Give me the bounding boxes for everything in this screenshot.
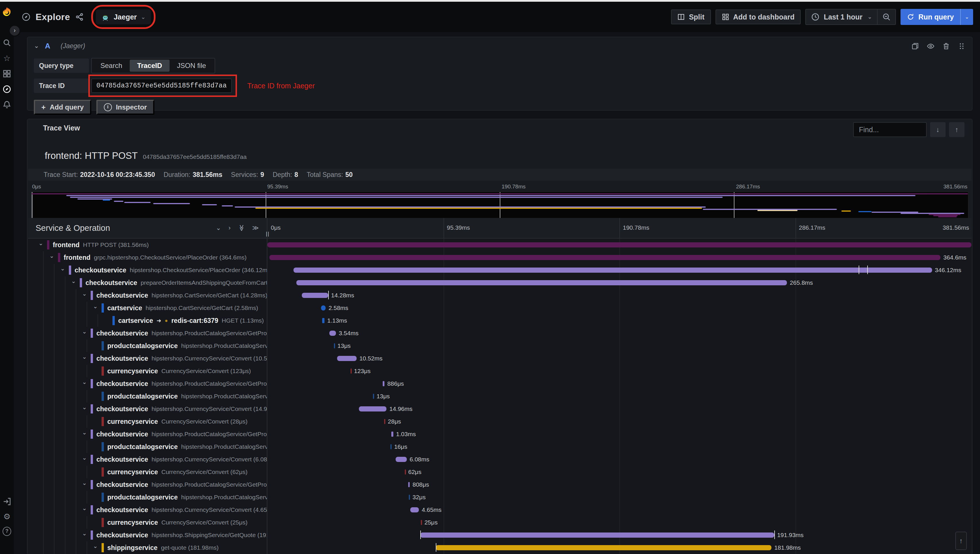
minimap-left-handle[interactable]: [32, 192, 33, 219]
span-name-cell[interactable]: currencyserviceCurrencyService/Convert (…: [28, 415, 268, 428]
span-bar[interactable]: [383, 381, 384, 386]
span-bar[interactable]: [436, 545, 772, 550]
span-bar[interactable]: [373, 394, 374, 399]
trace-row[interactable]: ⌄checkoutservicehipstershop.CurrencyServ…: [28, 503, 971, 516]
span-timeline-cell[interactable]: 14.28ms: [268, 289, 971, 302]
help-icon[interactable]: ?: [3, 527, 11, 536]
datasource-picker[interactable]: Jaeger ⌄: [96, 10, 151, 24]
expand-one-icon[interactable]: ›: [229, 224, 231, 232]
trace-minimap[interactable]: [31, 191, 969, 220]
toggle-visibility-eye-icon[interactable]: [927, 42, 935, 50]
span-timeline-cell[interactable]: 2.58ms: [268, 302, 971, 314]
find-next-button[interactable]: ↓: [930, 122, 946, 137]
span-timeline-cell[interactable]: 25μs: [268, 516, 971, 529]
search-icon[interactable]: [3, 38, 11, 47]
span-timeline-cell[interactable]: 4.65ms: [268, 503, 971, 516]
trace-row[interactable]: ⌄cartservicehipstershop.CartService/GetC…: [28, 302, 971, 314]
span-timeline-cell[interactable]: 123μs: [268, 365, 971, 377]
span-name-cell[interactable]: productcatalogservicehipstershop.Product…: [28, 390, 268, 403]
span-name-cell[interactable]: ⌄checkoutservicehipstershop.CurrencyServ…: [28, 403, 268, 415]
span-name-cell[interactable]: ⌄checkoutservicehipstershop.ProductCatal…: [28, 478, 268, 491]
trace-row[interactable]: ⌄checkoutservicehipstershop.CurrencyServ…: [28, 403, 971, 415]
add-query-button[interactable]: + Add query: [34, 100, 91, 115]
span-name-cell[interactable]: ⌄checkoutserviceprepareOrderItemsAndShip…: [28, 276, 268, 289]
span-timeline-cell[interactable]: 808μs: [268, 478, 971, 491]
starred-icon[interactable]: ☆: [3, 54, 11, 62]
span-bar[interactable]: [296, 280, 787, 285]
time-range-button[interactable]: Last 1 hour ⌄: [806, 10, 877, 24]
span-bar[interactable]: [409, 495, 410, 500]
row-collapse-chevron-icon[interactable]: ⌄: [82, 454, 87, 461]
span-name-cell[interactable]: cartservice➜●redis-cart:6379HGET (1.13ms…: [28, 314, 268, 327]
trace-row[interactable]: ⌄frontendgrpc.hipstershop.CheckoutServic…: [28, 251, 971, 264]
span-name-cell[interactable]: ⌄checkoutservicehipstershop.ProductCatal…: [28, 327, 268, 339]
span-timeline-cell[interactable]: 1.13ms: [268, 314, 971, 327]
span-timeline-cell[interactable]: 3.54ms: [268, 327, 971, 339]
row-collapse-chevron-icon[interactable]: ⌄: [82, 404, 87, 411]
trace-row[interactable]: ⌄shippingserviceget-quote (181.98ms)181.…: [28, 541, 971, 554]
span-timeline-cell[interactable]: 14.96ms: [268, 403, 971, 415]
span-bar[interactable]: [359, 406, 386, 411]
collapse-all-icon[interactable]: ≫: [237, 224, 245, 231]
find-input[interactable]: Find...: [853, 122, 927, 137]
trace-row[interactable]: ⌄checkoutservicehipstershop.ProductCatal…: [28, 377, 971, 390]
row-collapse-chevron-icon[interactable]: ⌄: [82, 429, 87, 436]
span-bar[interactable]: [302, 293, 328, 298]
span-name-cell[interactable]: ⌄cartservicehipstershop.CartService/GetC…: [28, 302, 268, 314]
row-collapse-chevron-icon[interactable]: ⌄: [82, 379, 87, 385]
share-icon[interactable]: [75, 13, 84, 21]
row-collapse-chevron-icon[interactable]: ⌄: [38, 240, 43, 247]
trace-row[interactable]: currencyserviceCurrencyService/Convert (…: [28, 365, 971, 377]
span-name-cell[interactable]: ⌄checkoutservicehipstershop.CurrencyServ…: [28, 503, 268, 516]
row-collapse-chevron-icon[interactable]: ⌄: [93, 543, 98, 549]
span-name-cell[interactable]: currencyserviceCurrencyService/Convert (…: [28, 466, 268, 478]
row-collapse-chevron-icon[interactable]: ⌄: [82, 479, 87, 486]
span-bar[interactable]: [321, 306, 326, 310]
span-name-cell[interactable]: productcatalogservicehipstershop.Product…: [28, 441, 268, 453]
span-name-cell[interactable]: ⌄checkoutservicehipstershop.ShippingServ…: [28, 529, 268, 541]
trace-row[interactable]: productcatalogservicehipstershop.Product…: [28, 339, 971, 352]
span-bar[interactable]: [269, 255, 940, 260]
span-name-cell[interactable]: ⌄checkoutservicehipstershop.CartService/…: [28, 289, 268, 302]
alerting-bell-icon[interactable]: [3, 100, 11, 109]
trace-row[interactable]: productcatalogservicehipstershop.Product…: [28, 441, 971, 453]
sign-in-icon[interactable]: [3, 497, 11, 506]
column-resizer-handle[interactable]: ||: [266, 231, 270, 237]
duplicate-query-icon[interactable]: [911, 42, 919, 50]
inspector-button[interactable]: i Inspector: [96, 100, 155, 115]
add-to-dashboard-button[interactable]: Add to dashboard: [715, 10, 801, 24]
trace-row[interactable]: ⌄checkoutserviceprepareOrderItemsAndShip…: [28, 276, 971, 289]
trace-row[interactable]: ⌄checkoutservicehipstershop.ShippingServ…: [28, 529, 971, 541]
span-bar[interactable]: [390, 444, 392, 449]
row-collapse-chevron-icon[interactable]: ⌄: [71, 278, 76, 285]
span-bar[interactable]: [329, 331, 336, 336]
span-bar[interactable]: [420, 532, 774, 538]
row-collapse-chevron-icon[interactable]: ⌄: [60, 265, 65, 272]
span-timeline-cell[interactable]: 364.6ms: [268, 251, 971, 264]
trace-row[interactable]: ⌄frontendHTTP POST (381.56ms): [28, 239, 971, 251]
trace-row[interactable]: ⌄checkoutservicehipstershop.CurrencyServ…: [28, 352, 971, 365]
split-button[interactable]: Split: [671, 10, 711, 24]
span-timeline-cell[interactable]: [268, 239, 971, 251]
span-bar[interactable]: [268, 242, 971, 247]
span-bar[interactable]: [322, 318, 324, 323]
settings-gear-icon[interactable]: ⚙: [3, 512, 11, 521]
row-collapse-chevron-icon[interactable]: ⌄: [49, 252, 54, 259]
span-timeline-cell[interactable]: 13μs: [268, 390, 971, 403]
trace-id-input[interactable]: 04785da37657ee5e5dd5185ffe83d7aa: [91, 78, 232, 93]
span-bar[interactable]: [351, 368, 352, 374]
dashboards-icon[interactable]: [3, 69, 11, 78]
span-name-cell[interactable]: ⌄checkoutservicehipstershop.CurrencyServ…: [28, 453, 268, 466]
span-name-cell[interactable]: productcatalogservicehipstershop.Product…: [28, 491, 268, 503]
span-name-cell[interactable]: ⌄frontendHTTP POST (381.56ms): [28, 239, 268, 251]
span-timeline-cell[interactable]: 16μs: [268, 441, 971, 453]
span-timeline-cell[interactable]: 265.8ms: [268, 276, 971, 289]
query-row-header[interactable]: ⌄ A (Jaeger): [27, 37, 972, 54]
trace-row[interactable]: ⌄checkoutservicehipstershop.CheckoutServ…: [28, 264, 971, 276]
span-bar[interactable]: [391, 431, 393, 437]
trace-row[interactable]: ⌄checkoutservicehipstershop.ProductCatal…: [28, 327, 971, 339]
run-query-button[interactable]: Run query: [900, 9, 960, 25]
span-timeline-cell[interactable]: 10.52ms: [268, 352, 971, 365]
span-bar[interactable]: [408, 482, 410, 487]
time-zoom-out-button[interactable]: [877, 10, 896, 24]
